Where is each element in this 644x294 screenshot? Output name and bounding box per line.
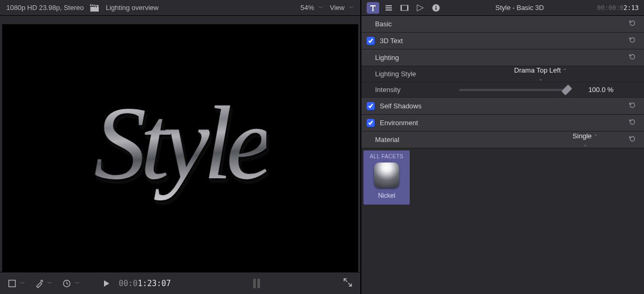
play-button[interactable] xyxy=(104,280,109,287)
intensity-slider[interactable] xyxy=(459,89,570,91)
svg-rect-0 xyxy=(9,280,16,287)
lighting-style-popup[interactable]: Drama Top Left ⌃⌄ xyxy=(514,66,567,82)
reset-material[interactable] xyxy=(627,135,637,144)
tab-generator[interactable] xyxy=(414,2,427,14)
checkbox-self-shadows[interactable] xyxy=(367,102,375,110)
param-lighting-style: Lighting Style Drama Top Left ⌃⌄ xyxy=(361,66,644,82)
intensity-value[interactable]: 100.0 % xyxy=(580,86,622,94)
section-lighting[interactable]: Lighting xyxy=(361,49,644,66)
viewer-header: 1080p HD 23.98p, Stereo Lighting overvie… xyxy=(0,0,360,16)
material-name: Nickel xyxy=(363,192,410,199)
zoom-menu[interactable]: 54% ﹀ xyxy=(300,4,324,12)
svg-rect-5 xyxy=(386,9,392,11)
inspector-title: Style - Basic 3D xyxy=(445,4,594,12)
reset-3d-text[interactable] xyxy=(627,36,637,45)
chevron-down-icon: ﹀ xyxy=(318,4,324,12)
slider-thumb[interactable] xyxy=(562,84,573,95)
svg-rect-3 xyxy=(386,5,392,6)
inspector-timecode: 00:00:02:13 xyxy=(597,4,639,12)
facet-all[interactable]: ALL FACETS Nickel xyxy=(363,150,410,205)
tab-info[interactable] xyxy=(430,2,442,14)
inspector-body: Basic 3D Text Lighting Lighting Style Dr… xyxy=(361,16,644,294)
reset-environment[interactable] xyxy=(627,118,637,127)
param-intensity: Intensity 100.0 % xyxy=(361,82,644,98)
preview-3d-text: Style xyxy=(94,83,267,203)
svg-rect-11 xyxy=(435,6,437,7)
section-self-shadows[interactable]: Self Shadows xyxy=(361,98,644,115)
material-well: ALL FACETS Nickel xyxy=(361,148,644,205)
viewer-pane: 1080p HD 23.98p, Stereo Lighting overvie… xyxy=(0,0,361,294)
color-tool-menu[interactable]: ﹀ xyxy=(35,279,53,288)
checkbox-environment[interactable] xyxy=(367,119,375,127)
format-label: 1080p HD 23.98p, Stereo xyxy=(6,4,84,12)
clapper-icon xyxy=(90,4,99,12)
reset-basic[interactable] xyxy=(627,19,637,28)
reset-self-shadows[interactable] xyxy=(627,102,637,110)
material-mode-popup[interactable]: Single ⌃⌄ xyxy=(573,132,598,148)
checkbox-3d-text[interactable] xyxy=(367,37,375,45)
svg-rect-7 xyxy=(401,5,402,11)
svg-point-1 xyxy=(41,280,43,282)
viewer-toolbar: ﹀ ﹀ ﹀ 00:01:23:07 xyxy=(0,272,360,294)
facet-header: ALL FACETS xyxy=(363,154,410,159)
playhead-timecode[interactable]: 00:01:23:07 xyxy=(119,279,171,288)
tab-paragraph[interactable] xyxy=(382,2,395,14)
section-basic[interactable]: Basic xyxy=(361,16,644,33)
crop-tool-menu[interactable]: ﹀ xyxy=(7,279,25,288)
tab-video[interactable] xyxy=(398,2,411,14)
tab-text[interactable] xyxy=(367,2,379,14)
section-3d-text[interactable]: 3D Text xyxy=(361,33,644,49)
reset-lighting[interactable] xyxy=(627,53,637,62)
svg-rect-6 xyxy=(401,5,408,11)
inspector-header: Style - Basic 3D 00:00:02:13 xyxy=(361,0,644,16)
viewer-canvas[interactable]: Style xyxy=(2,24,358,272)
section-material[interactable]: Material Single ⌃⌄ xyxy=(361,131,644,148)
svg-rect-10 xyxy=(435,7,437,10)
fullscreen-button[interactable] xyxy=(342,277,353,289)
chevron-down-icon: ﹀ xyxy=(349,4,354,12)
svg-rect-8 xyxy=(407,5,408,11)
material-swatch[interactable] xyxy=(374,163,399,188)
zoom-value: 54% xyxy=(300,4,314,12)
view-menu[interactable]: View ﹀ xyxy=(330,4,354,12)
audio-meters xyxy=(253,279,260,288)
clip-name: Lighting overview xyxy=(106,4,158,12)
inspector-pane: Style - Basic 3D 00:00:02:13 Basic 3D Te… xyxy=(361,0,644,294)
retime-tool-menu[interactable]: ﹀ xyxy=(62,279,80,288)
section-environment[interactable]: Environment xyxy=(361,115,644,131)
svg-rect-4 xyxy=(386,7,392,8)
